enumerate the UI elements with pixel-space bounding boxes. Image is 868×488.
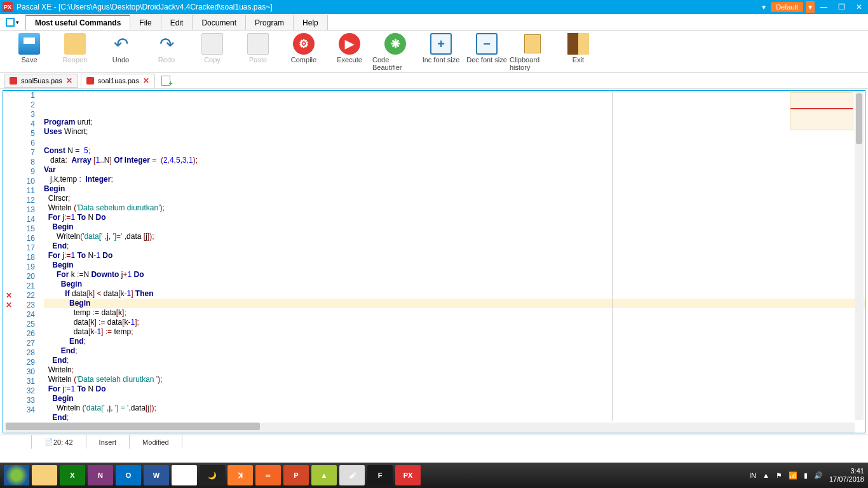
menu-tab-most-useful-commands[interactable]: Most useful Commands	[25, 15, 130, 30]
code-line[interactable]: For j:=1 To N-1 Do	[44, 251, 865, 261]
code-line[interactable]: Clrscr;	[44, 194, 865, 203]
taskbar-app-5[interactable]: ◉	[172, 465, 197, 485]
code-line[interactable]: j,k,temp : Integer;	[44, 175, 865, 184]
start-button[interactable]	[4, 465, 29, 485]
taskbar-app-4[interactable]: W	[144, 465, 169, 485]
code-line[interactable]	[44, 137, 865, 146]
menu-tab-file[interactable]: File	[130, 15, 161, 30]
execute-button[interactable]: ▶Execute	[327, 33, 372, 72]
taskbar-app-8[interactable]: ∞	[255, 465, 281, 485]
code-line[interactable]: data: Array [1..N] Of Integer = (2,4,5,3…	[44, 156, 865, 165]
reopen-icon	[64, 33, 86, 55]
dropdown-icon[interactable]: ▾	[762, 3, 766, 11]
taskbar-app-12[interactable]: F	[367, 465, 393, 485]
undo-icon: ↶	[110, 33, 132, 55]
taskbar-app-6[interactable]: 🌙	[200, 465, 225, 485]
execute-icon: ▶	[339, 33, 360, 55]
code-line[interactable]: For j:=1 To N Do	[44, 384, 865, 394]
system-tray[interactable]: IN ▲ ⚑ 📶 ▮ 🔊 3:41 17/07/2018	[749, 467, 864, 484]
code-line[interactable]: data[k] := data[k-1];	[44, 318, 865, 327]
paste-button: Paste	[235, 33, 281, 72]
code-line[interactable]: Program urut;	[44, 118, 865, 127]
document-tabs: soal5uas.pas✕soal1uas.pas✕	[0, 72, 868, 89]
doc-tab-soal5uas-pas[interactable]: soal5uas.pas✕	[4, 74, 78, 88]
taskbar-app-11[interactable]: 🖌	[339, 465, 365, 485]
inc-font-size-button[interactable]: +Inc font size	[418, 33, 464, 72]
code-line[interactable]: Begin	[44, 299, 865, 308]
code-line[interactable]: For k :=N Downto j+1 Do	[44, 270, 865, 280]
code-line[interactable]: Writeln ('Data setelah diurutkan ');	[44, 375, 865, 384]
code-line[interactable]: End;	[44, 356, 865, 365]
error-marker-icon: ✕	[6, 301, 12, 310]
code-line[interactable]: temp := data[k];	[44, 308, 865, 318]
menu-tab-edit[interactable]: Edit	[161, 15, 193, 30]
tray-action-icon[interactable]: ⚑	[776, 471, 782, 480]
save-icon	[18, 33, 40, 55]
clock[interactable]: 3:41 17/07/2018	[829, 467, 864, 484]
badge-dropdown-icon[interactable]: ▾	[806, 1, 815, 13]
redo-button: ↷Redo	[144, 33, 189, 72]
code-line[interactable]: Const N = 5;	[44, 146, 865, 156]
language-indicator[interactable]: IN	[749, 471, 756, 479]
taskbar-app-3[interactable]: O	[116, 465, 141, 485]
menu-tab-program[interactable]: Program	[245, 15, 294, 30]
taskbar-app-2[interactable]: N	[88, 465, 113, 485]
doc-tab-soal1uas-pas[interactable]: soal1uas.pas✕	[81, 74, 155, 88]
taskbar-app-7[interactable]: ꓘ	[227, 465, 253, 485]
code-line[interactable]: Var	[44, 165, 865, 175]
menu-bar: ▾ Most useful CommandsFileEditDocumentPr…	[0, 14, 868, 30]
code-line[interactable]: Begin	[44, 261, 865, 270]
compile-icon: ⚙	[293, 33, 315, 55]
code-line[interactable]: End;	[44, 346, 865, 356]
exit-button[interactable]: Exit	[555, 33, 601, 72]
horizontal-scrollbar[interactable]	[4, 423, 855, 433]
code-line[interactable]: Begin	[44, 280, 865, 289]
taskbar-app-0[interactable]	[32, 465, 57, 485]
code-line[interactable]: If data[k] < data[k-1] Then	[44, 289, 865, 299]
code-line[interactable]: End;	[44, 337, 865, 346]
taskbar-app-13[interactable]: PX	[395, 465, 421, 485]
windows-taskbar: XNOW◉🌙ꓘ∞P▲🖌FPX IN ▲ ⚑ 📶 ▮ 🔊 3:41 17/07/2…	[0, 463, 868, 488]
layout-config-button[interactable]: ▾	[0, 14, 25, 30]
code-line[interactable]: Writeln('data[' ,j, ']=' ,data [j]);	[44, 232, 865, 241]
minimize-button[interactable]: —	[815, 1, 832, 13]
code-line[interactable]: Begin	[44, 222, 865, 232]
ruler-line	[612, 91, 613, 421]
code-line[interactable]: Writeln;	[44, 365, 865, 375]
code-editor[interactable]: Program urut;Uses Wincrt;Const N = 5; da…	[40, 91, 865, 421]
taskbar-app-10[interactable]: ▲	[311, 465, 337, 485]
new-document-button[interactable]	[161, 76, 172, 86]
compile-button[interactable]: ⚙Compile	[281, 33, 327, 72]
exit-icon	[567, 33, 589, 55]
code-beautifier-button[interactable]: ❋Code Beautifier	[372, 33, 418, 72]
tray-volume-icon[interactable]: 🔊	[814, 471, 823, 480]
code-line[interactable]: Uses Wincrt;	[44, 127, 865, 137]
code-line[interactable]: Writeln ('data[' ,j, '] = ',data[j]);	[44, 403, 865, 413]
taskbar-app-1[interactable]: X	[60, 465, 85, 485]
menu-tab-help[interactable]: Help	[293, 15, 328, 30]
vertical-scrollbar[interactable]	[855, 92, 864, 420]
close-tab-icon[interactable]: ✕	[66, 76, 72, 85]
taskbar-app-9[interactable]: P	[283, 465, 309, 485]
code-line[interactable]: Begin	[44, 184, 865, 194]
code-line[interactable]: End;	[44, 241, 865, 251]
code-line[interactable]: Writeln ('Data sebelum diurutkan');	[44, 203, 865, 213]
code-line[interactable]: data[k-1] := temp;	[44, 327, 865, 337]
code-line[interactable]: For j:=1 To N Do	[44, 213, 865, 222]
save-button[interactable]: Save	[6, 33, 52, 72]
tray-battery-icon[interactable]: ▮	[804, 471, 808, 480]
close-button[interactable]: ✕	[850, 1, 868, 13]
code-line[interactable]: Begin	[44, 394, 865, 403]
tray-network-icon[interactable]: 📶	[789, 471, 797, 480]
copy-icon	[201, 33, 223, 55]
config-badge[interactable]: Default	[771, 2, 803, 12]
clipboard-history-button[interactable]: Clipboard history	[510, 33, 555, 72]
dec-font-size-button[interactable]: −Dec font size	[464, 33, 510, 72]
minimap[interactable]	[790, 92, 853, 130]
menu-tab-document[interactable]: Document	[192, 15, 246, 30]
maximize-button[interactable]: ❐	[832, 1, 850, 13]
close-tab-icon[interactable]: ✕	[143, 76, 149, 85]
tray-flag-icon[interactable]: ▲	[763, 471, 770, 479]
undo-button[interactable]: ↶Undo	[98, 33, 144, 72]
code-line[interactable]: End;	[44, 413, 865, 421]
